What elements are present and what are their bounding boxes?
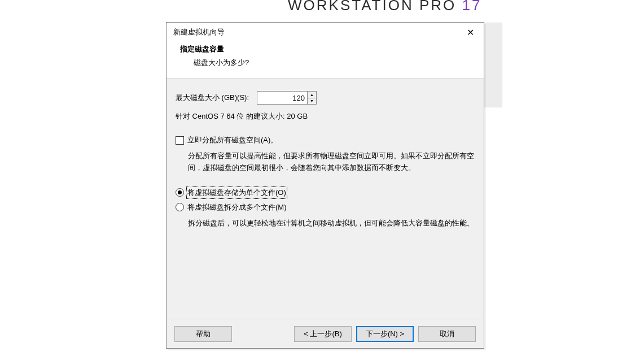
allocate-now-description: 分配所有容量可以提高性能，但要求所有物理磁盘空间立即可用。如果不立即分配所有空间… (176, 150, 475, 174)
dialog-titlebar[interactable]: 新建虚拟机向导 ✕ (167, 23, 484, 42)
new-vm-wizard-dialog: 新建虚拟机向导 ✕ 指定磁盘容量 磁盘大小为多少? 最大磁盘大小 (GB)(S)… (166, 22, 484, 349)
cancel-button[interactable]: 取消 (418, 326, 476, 342)
dialog-heading: 指定磁盘容量 (180, 44, 470, 54)
disk-size-spinner[interactable]: ▲ ▼ (257, 91, 317, 105)
disk-size-input[interactable] (257, 92, 307, 104)
disk-size-label: 最大磁盘大小 (GB)(S): (176, 93, 249, 103)
allocate-now-label: 立即分配所有磁盘空间(A)。 (187, 135, 278, 145)
dialog-subheading: 磁盘大小为多少? (180, 58, 470, 68)
radio-single-file-row[interactable]: 将虚拟磁盘存储为单个文件(O) (176, 188, 475, 198)
radio-split-files-row[interactable]: 将虚拟磁盘拆分成多个文件(M) (176, 202, 475, 212)
radio-split-files[interactable] (176, 203, 184, 211)
spinner-down[interactable]: ▼ (308, 98, 316, 105)
close-icon: ✕ (467, 27, 474, 38)
allocate-now-row[interactable]: 立即分配所有磁盘空间(A)。 (176, 135, 475, 145)
dialog-body: 最大磁盘大小 (GB)(S): ▲ ▼ 针对 CentOS 7 64 位 的建议… (167, 79, 484, 319)
close-button[interactable]: ✕ (459, 24, 481, 40)
radio-single-file-label: 将虚拟磁盘存储为单个文件(O) (187, 188, 286, 198)
disk-size-row: 最大磁盘大小 (GB)(S): ▲ ▼ (176, 91, 475, 105)
split-description: 拆分磁盘后，可以更轻松地在计算机之间移动虚拟机，但可能会降低大容量磁盘的性能。 (176, 217, 475, 229)
help-button[interactable]: 帮助 (174, 326, 232, 342)
brand-version: 17 (462, 0, 482, 14)
dialog-header: 指定磁盘容量 磁盘大小为多少? (167, 42, 484, 79)
allocate-now-checkbox[interactable] (176, 136, 184, 145)
next-button[interactable]: 下一步(N) > (356, 326, 414, 342)
spinner-up[interactable]: ▲ (308, 92, 316, 98)
spinner-buttons: ▲ ▼ (307, 92, 316, 104)
back-button[interactable]: < 上一步(B) (294, 326, 352, 342)
brand-logo: WORKSTATION PRO 17 (288, 0, 481, 14)
radio-split-files-label: 将虚拟磁盘拆分成多个文件(M) (187, 202, 287, 212)
dialog-title: 新建虚拟机向导 (173, 27, 225, 37)
recommended-size-text: 针对 CentOS 7 64 位 的建议大小: 20 GB (176, 111, 475, 122)
brand-name: WORKSTATION PRO (288, 0, 456, 14)
dialog-button-bar: 帮助 < 上一步(B) 下一步(N) > 取消 (167, 319, 484, 348)
radio-single-file[interactable] (176, 188, 184, 197)
